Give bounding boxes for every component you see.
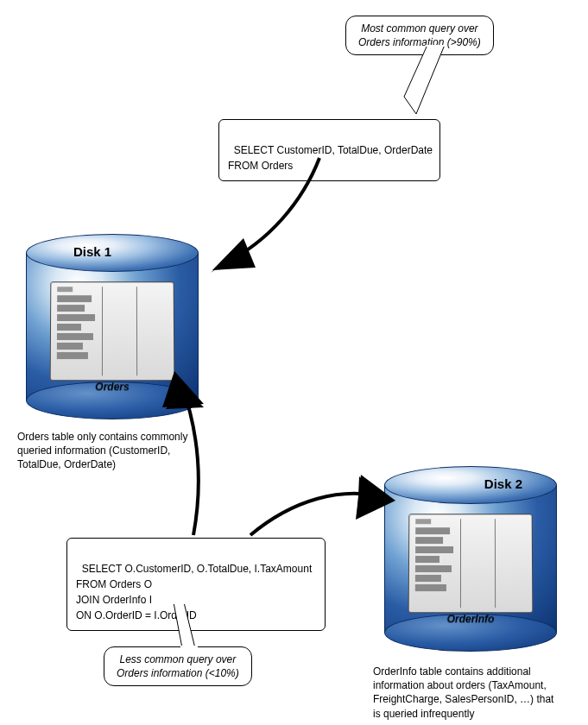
callout-bottom: Less common query overOrders information… [104, 646, 252, 686]
caption-disk-1: Orders table only contains commonlyqueri… [17, 430, 233, 472]
disk-2-table-name: OrderInfo [408, 613, 534, 625]
callout-top-text: Most common query overOrders information… [358, 22, 481, 48]
disk-1-table-graphic: Orders [50, 281, 175, 381]
query-box-1: SELECT CustomerID, TotalDue, OrderDateFR… [218, 119, 440, 181]
svg-marker-5 [212, 238, 256, 270]
caption-disk-2: OrderInfo table contains additionalinfor… [373, 665, 588, 721]
disk-1-label: Disk 1 [26, 244, 199, 259]
disk-1: Disk 1 Orders [26, 234, 199, 419]
callout-top: Most common query overOrders information… [345, 16, 494, 55]
svg-marker-8 [357, 476, 380, 516]
query-2-text: SELECT O.CustomerID, O.TotalDue, I.TaxAm… [76, 563, 312, 621]
query-box-2: SELECT O.CustomerID, O.TotalDue, I.TaxAm… [66, 538, 326, 631]
query-1-text: SELECT CustomerID, TotalDue, OrderDateFR… [228, 144, 433, 172]
disk-2-label: Disk 2 [384, 476, 557, 491]
callout-bottom-text: Less common query overOrders information… [117, 653, 239, 679]
disk-1-table-name: Orders [50, 381, 175, 393]
svg-marker-3 [226, 240, 252, 262]
callout-top-tail [397, 45, 466, 123]
disk-2-table-graphic: OrderInfo [408, 514, 534, 613]
disk-2: Disk 2 OrderInfo [384, 466, 557, 652]
